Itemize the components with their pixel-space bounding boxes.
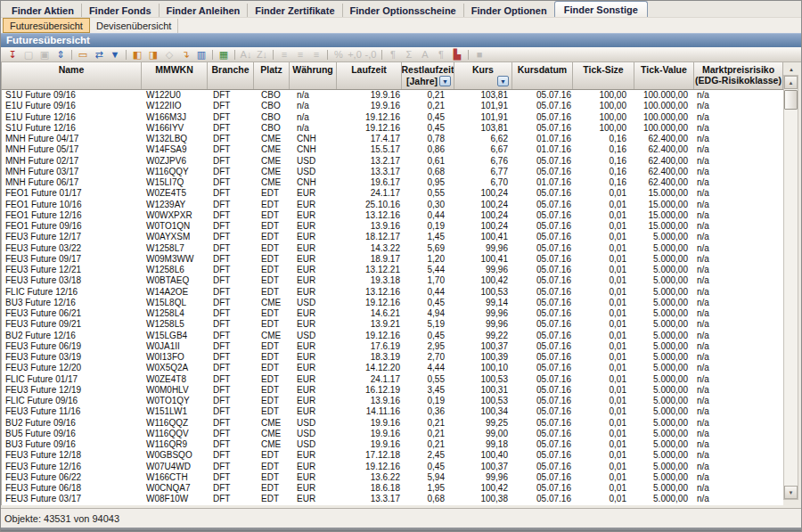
table-row[interactable]: FEO1 Future 12/16 W0WXPXR DFT EDT EUR 13… [2,210,783,221]
table-corner-icon[interactable]: ▴ [785,64,798,74]
cell-kursdatum: 05.07.16 [512,287,573,298]
tab-finder-sonstige[interactable]: Finder Sonstige [554,1,648,17]
table-row[interactable]: MNH Future 04/17 W132LBQ DFT CME CNH 17.… [2,134,783,144]
column-header[interactable]: MMWKN ▼ [142,62,208,89]
table-row[interactable]: FEU3 Future 06/21 W1258L4 DFT EDT EUR 14… [2,308,783,319]
tab-finder-fonds[interactable]: Finder Fonds [81,4,159,17]
column-header[interactable]: Kurs ▼ [454,62,512,89]
table-row[interactable]: FEU3 Future 12/16 W07U4WD DFT EDT EUR 19… [2,462,783,472]
table-row[interactable]: FEU3 Future 09/21 W1258L5 DFT EDT EUR 13… [2,319,783,330]
cell-mmwkn: W132LBQ [142,134,208,144]
table-row[interactable]: FEU3 Future 12/17 W0AYXSM DFT EDT EUR 18… [2,232,783,242]
column-header[interactable]: Restlaufzeit [Jahre] ▼ [402,62,454,89]
tab-finder-anleihen[interactable]: Finder Anleihen [159,4,248,17]
tab-finder-zertifikate[interactable]: Finder Zertifikate [247,4,341,17]
table-row[interactable]: FLIC Future 01/17 W0ZE4T8 DFT EDT EUR 24… [2,374,783,385]
move-column-icon[interactable]: ↴ [177,48,193,61]
scroll-down-icon[interactable]: ▼ [784,486,798,499]
column-header[interactable]: Laufzeit ▼ [337,62,402,89]
table-row[interactable]: FEU3 Future 03/19 W0I13FO DFT EDT EUR 18… [2,352,783,363]
new-window-icon[interactable]: ▭ [75,48,91,61]
column-header[interactable]: Marktpreisrisiko (EDG-Risikoklasse) ▼ [694,62,783,89]
table-row[interactable]: FLIC Future 12/16 W14A2OE DFT EDT EUR 13… [2,287,783,298]
fit-selection-icon[interactable]: ▣ [37,48,53,61]
table-row[interactable]: FEU3 Future 03/22 W1258L7 DFT EDT EUR 14… [2,243,783,254]
stop-icon[interactable]: ■ [471,48,487,61]
table-row[interactable]: BU2 Future 09/16 W116QQZ DFT CME USD 19.… [2,418,783,429]
ungroup-rows-icon[interactable]: ¶ [433,48,449,61]
row-compact-icon[interactable]: ≡ [276,48,292,61]
table-row[interactable]: BU5 Future 09/16 W116QQV DFT CME USD 19.… [2,429,783,439]
tab-finder-optionsscheine[interactable]: Finder Optionsscheine [342,4,463,17]
table-row[interactable]: FEU3 Future 06/22 W166CTH DFT EDT EUR 13… [2,472,783,483]
scrollbar-thumb[interactable] [784,90,798,110]
tab-finder-optionen[interactable]: Finder Optionen [463,4,554,17]
table-row[interactable]: MNH Future 02/17 W0ZJPV6 DFT CME USD 13.… [2,156,783,167]
remove-decimal-icon[interactable]: -,0 [363,48,379,61]
table-row[interactable]: E1U Future 12/16 W166M3J DFT CBO n/a 19.… [2,112,783,123]
table-row[interactable]: FEU3 Future 12/19 W0M0HLV DFT EDT EUR 16… [2,385,783,396]
column-header[interactable]: Platz ▼ [254,62,290,89]
cell-kursdatum: 05.07.16 [512,396,573,406]
table-row[interactable]: BU3 Future 09/16 W116QR9 DFT CME USD 19.… [2,439,783,450]
chart-icon[interactable]: ▙ [449,48,465,61]
column-filter-button[interactable]: ▼ [439,76,451,86]
row-tall-icon[interactable]: ≡ [308,48,324,61]
column-header[interactable]: Name ▼ [2,62,142,89]
export-icon[interactable]: ↧ [4,48,20,61]
table-row[interactable]: FLIC Future 09/16 W0TO1QY DFT EDT EUR 13… [2,396,783,406]
scroll-up-icon[interactable]: ▲ [784,76,798,89]
table-row[interactable]: FEU3 Future 12/21 W1258L6 DFT EDT EUR 13… [2,265,783,275]
vertical-scrollbar[interactable]: ▲ ▼ [783,75,798,500]
table-row[interactable]: MNH Future 06/17 W15LI7Q DFT CME CNH 19.… [2,177,783,188]
table-row[interactable]: FEO1 Future 09/16 W0TO1QN DFT EDT EUR 13… [2,221,783,232]
percent-icon[interactable]: % [331,48,347,61]
column-header[interactable]: Währung ▼ [290,62,337,89]
table-row[interactable]: E1U Future 09/16 W122IIO DFT CBO n/a 19.… [2,101,783,111]
row-medium-icon[interactable]: ≡ [292,48,308,61]
cell-mmwkn: W151LW1 [142,406,208,417]
insert-column-right-icon[interactable]: ◨ [145,48,161,61]
table-row[interactable]: FEU3 Future 12/20 W0X5Q2A DFT EDT EUR 14… [2,363,783,373]
insert-column-left-icon[interactable]: ◧ [129,48,145,61]
column-header[interactable]: Tick-Size ▼ [573,62,634,89]
font-icon[interactable]: A [417,48,433,61]
table-row[interactable]: BU3 Future 12/16 W15L8QL DFT CME USD 19.… [2,298,783,308]
sum-icon[interactable]: Σ [401,48,417,61]
filter-icon[interactable]: ▼ [107,48,123,61]
column-filter-button[interactable]: ▼ [497,76,509,86]
sort-descending-icon[interactable]: Z↓ [254,48,270,61]
cell-mmwkn: W07U4WD [142,462,208,472]
column-header[interactable]: Kursdatum ▼ [512,62,573,89]
table-row[interactable]: FEU3 Future 06/19 W0JA1II DFT EDT EUR 17… [2,341,783,352]
add-decimal-icon[interactable]: +,0 [347,48,363,61]
sort-ascending-icon[interactable]: A↓ [238,48,254,61]
fit-columns-icon[interactable]: ▢ [20,48,37,61]
cell-marktpreisrisiko: n/a [694,112,783,123]
table-row[interactable]: FEU3 Future 03/17 W08F10W DFT EDT EUR 13… [2,494,783,504]
table-row[interactable]: MNH Future 05/17 W14FSA9 DFT CME CNH 15.… [2,144,783,155]
subtab-devisenuebersicht[interactable]: Devisenübersicht [90,19,178,33]
refresh-icon[interactable]: ⇄ [91,48,107,61]
column-width-icon[interactable]: ▥ [193,48,209,61]
table-row[interactable]: FEO1 Future 10/16 W1239AY DFT EDT EUR 25… [2,200,783,210]
table-row[interactable]: FEO1 Future 01/17 W0ZE4T5 DFT EDT EUR 24… [2,188,783,199]
table-row[interactable]: FEU3 Future 11/16 W151LW1 DFT EDT EUR 14… [2,406,783,417]
table-row[interactable]: S1U Future 09/16 W122U0 DFT CBO n/a 19.9… [2,90,783,101]
update-data-icon[interactable]: ▦ [216,48,232,61]
cell-waehrung: EUR [290,275,337,286]
fit-height-icon[interactable]: ⇕ [53,48,69,61]
table-row[interactable]: FEU3 Future 06/18 W0CNQA7 DFT EDT EUR 18… [2,483,783,494]
subtab-futuresuebersicht[interactable]: Futuresübersicht [3,18,90,33]
table-row[interactable]: S1U Future 12/16 W166IYV DFT CBO n/a 19.… [2,123,783,134]
tab-finder-aktien[interactable]: Finder Aktien [4,4,81,17]
column-header[interactable]: Tick-Value ▼ [634,62,694,89]
table-row[interactable]: FEU3 Future 09/17 W09M3WW DFT EDT EUR 18… [2,254,783,265]
remove-column-icon[interactable]: ◇ [161,48,177,61]
column-header[interactable]: Branche ▼ [208,62,254,89]
group-rows-icon[interactable]: ¶ [385,48,401,61]
table-row[interactable]: FEU3 Future 12/18 W0GBSQO DFT EDT EUR 17… [2,450,783,461]
table-row[interactable]: FEU3 Future 03/18 W0BTAEQ DFT EDT EUR 19… [2,275,783,286]
table-row[interactable]: MNH Future 03/17 W116QQY DFT CME USD 13.… [2,167,783,177]
table-row[interactable]: BU2 Future 12/16 W15LGB4 DFT CME USD 19.… [2,331,783,341]
